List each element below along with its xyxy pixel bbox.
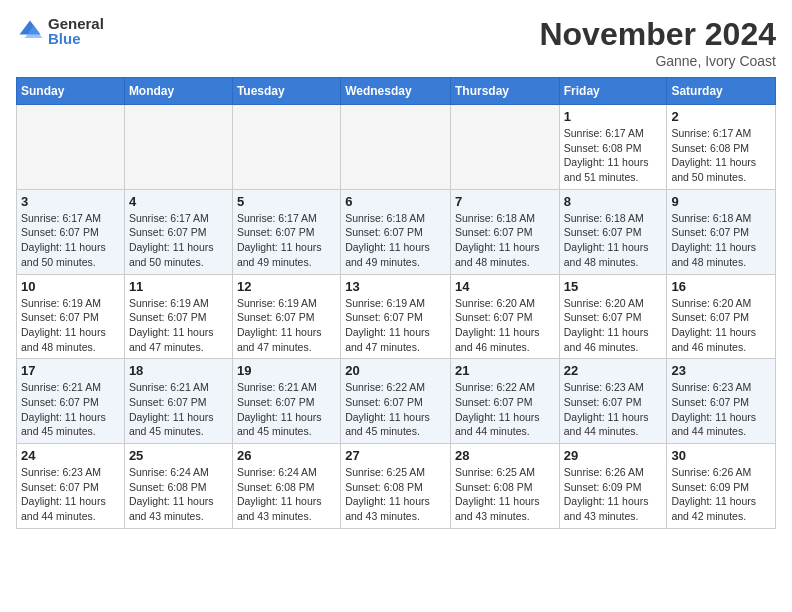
location: Ganne, Ivory Coast <box>539 53 776 69</box>
day-info: Sunrise: 6:24 AM Sunset: 6:08 PM Dayligh… <box>129 465 228 524</box>
day-number: 18 <box>129 363 228 378</box>
calendar-cell: 4Sunrise: 6:17 AM Sunset: 6:07 PM Daylig… <box>124 189 232 274</box>
weekday-header-sunday: Sunday <box>17 78 125 105</box>
day-info: Sunrise: 6:17 AM Sunset: 6:07 PM Dayligh… <box>21 211 120 270</box>
day-number: 5 <box>237 194 336 209</box>
calendar-cell: 13Sunrise: 6:19 AM Sunset: 6:07 PM Dayli… <box>341 274 451 359</box>
day-number: 23 <box>671 363 771 378</box>
calendar-cell: 5Sunrise: 6:17 AM Sunset: 6:07 PM Daylig… <box>232 189 340 274</box>
day-number: 10 <box>21 279 120 294</box>
calendar-week-1: 1Sunrise: 6:17 AM Sunset: 6:08 PM Daylig… <box>17 105 776 190</box>
calendar-cell: 1Sunrise: 6:17 AM Sunset: 6:08 PM Daylig… <box>559 105 667 190</box>
calendar-cell <box>341 105 451 190</box>
day-number: 11 <box>129 279 228 294</box>
logo-icon <box>16 17 44 45</box>
day-number: 15 <box>564 279 663 294</box>
page-header: General Blue November 2024 Ganne, Ivory … <box>16 16 776 69</box>
calendar-table: SundayMondayTuesdayWednesdayThursdayFrid… <box>16 77 776 529</box>
calendar-cell: 28Sunrise: 6:25 AM Sunset: 6:08 PM Dayli… <box>450 444 559 529</box>
calendar-cell: 23Sunrise: 6:23 AM Sunset: 6:07 PM Dayli… <box>667 359 776 444</box>
weekday-header-friday: Friday <box>559 78 667 105</box>
calendar-week-3: 10Sunrise: 6:19 AM Sunset: 6:07 PM Dayli… <box>17 274 776 359</box>
day-info: Sunrise: 6:25 AM Sunset: 6:08 PM Dayligh… <box>345 465 446 524</box>
day-number: 2 <box>671 109 771 124</box>
day-info: Sunrise: 6:18 AM Sunset: 6:07 PM Dayligh… <box>564 211 663 270</box>
calendar-cell: 3Sunrise: 6:17 AM Sunset: 6:07 PM Daylig… <box>17 189 125 274</box>
day-info: Sunrise: 6:26 AM Sunset: 6:09 PM Dayligh… <box>564 465 663 524</box>
day-info: Sunrise: 6:19 AM Sunset: 6:07 PM Dayligh… <box>345 296 446 355</box>
day-info: Sunrise: 6:21 AM Sunset: 6:07 PM Dayligh… <box>129 380 228 439</box>
calendar-cell: 29Sunrise: 6:26 AM Sunset: 6:09 PM Dayli… <box>559 444 667 529</box>
day-number: 4 <box>129 194 228 209</box>
day-number: 19 <box>237 363 336 378</box>
day-info: Sunrise: 6:17 AM Sunset: 6:07 PM Dayligh… <box>237 211 336 270</box>
calendar-cell: 20Sunrise: 6:22 AM Sunset: 6:07 PM Dayli… <box>341 359 451 444</box>
calendar-cell: 9Sunrise: 6:18 AM Sunset: 6:07 PM Daylig… <box>667 189 776 274</box>
logo[interactable]: General Blue <box>16 16 104 46</box>
calendar-cell: 2Sunrise: 6:17 AM Sunset: 6:08 PM Daylig… <box>667 105 776 190</box>
calendar-cell <box>232 105 340 190</box>
day-info: Sunrise: 6:23 AM Sunset: 6:07 PM Dayligh… <box>564 380 663 439</box>
calendar-cell: 12Sunrise: 6:19 AM Sunset: 6:07 PM Dayli… <box>232 274 340 359</box>
logo-text: General Blue <box>48 16 104 46</box>
calendar-cell: 16Sunrise: 6:20 AM Sunset: 6:07 PM Dayli… <box>667 274 776 359</box>
day-number: 25 <box>129 448 228 463</box>
day-number: 7 <box>455 194 555 209</box>
weekday-header-monday: Monday <box>124 78 232 105</box>
day-info: Sunrise: 6:20 AM Sunset: 6:07 PM Dayligh… <box>564 296 663 355</box>
calendar-cell: 21Sunrise: 6:22 AM Sunset: 6:07 PM Dayli… <box>450 359 559 444</box>
day-info: Sunrise: 6:18 AM Sunset: 6:07 PM Dayligh… <box>345 211 446 270</box>
calendar-week-2: 3Sunrise: 6:17 AM Sunset: 6:07 PM Daylig… <box>17 189 776 274</box>
calendar-cell: 7Sunrise: 6:18 AM Sunset: 6:07 PM Daylig… <box>450 189 559 274</box>
calendar-cell <box>124 105 232 190</box>
day-info: Sunrise: 6:19 AM Sunset: 6:07 PM Dayligh… <box>21 296 120 355</box>
weekday-header-thursday: Thursday <box>450 78 559 105</box>
day-info: Sunrise: 6:24 AM Sunset: 6:08 PM Dayligh… <box>237 465 336 524</box>
weekday-header-tuesday: Tuesday <box>232 78 340 105</box>
day-info: Sunrise: 6:23 AM Sunset: 6:07 PM Dayligh… <box>21 465 120 524</box>
calendar-cell <box>450 105 559 190</box>
day-number: 14 <box>455 279 555 294</box>
day-number: 16 <box>671 279 771 294</box>
day-info: Sunrise: 6:18 AM Sunset: 6:07 PM Dayligh… <box>671 211 771 270</box>
day-info: Sunrise: 6:25 AM Sunset: 6:08 PM Dayligh… <box>455 465 555 524</box>
calendar-cell: 26Sunrise: 6:24 AM Sunset: 6:08 PM Dayli… <box>232 444 340 529</box>
day-number: 27 <box>345 448 446 463</box>
day-number: 12 <box>237 279 336 294</box>
logo-general-text: General <box>48 16 104 31</box>
day-number: 22 <box>564 363 663 378</box>
day-number: 17 <box>21 363 120 378</box>
calendar-cell: 22Sunrise: 6:23 AM Sunset: 6:07 PM Dayli… <box>559 359 667 444</box>
day-number: 30 <box>671 448 771 463</box>
calendar-header-row: SundayMondayTuesdayWednesdayThursdayFrid… <box>17 78 776 105</box>
day-info: Sunrise: 6:22 AM Sunset: 6:07 PM Dayligh… <box>455 380 555 439</box>
day-number: 24 <box>21 448 120 463</box>
calendar-cell <box>17 105 125 190</box>
calendar-cell: 24Sunrise: 6:23 AM Sunset: 6:07 PM Dayli… <box>17 444 125 529</box>
day-info: Sunrise: 6:26 AM Sunset: 6:09 PM Dayligh… <box>671 465 771 524</box>
title-area: November 2024 Ganne, Ivory Coast <box>539 16 776 69</box>
calendar-cell: 11Sunrise: 6:19 AM Sunset: 6:07 PM Dayli… <box>124 274 232 359</box>
calendar-week-4: 17Sunrise: 6:21 AM Sunset: 6:07 PM Dayli… <box>17 359 776 444</box>
calendar-cell: 15Sunrise: 6:20 AM Sunset: 6:07 PM Dayli… <box>559 274 667 359</box>
calendar-cell: 30Sunrise: 6:26 AM Sunset: 6:09 PM Dayli… <box>667 444 776 529</box>
day-number: 21 <box>455 363 555 378</box>
day-info: Sunrise: 6:17 AM Sunset: 6:07 PM Dayligh… <box>129 211 228 270</box>
calendar-cell: 8Sunrise: 6:18 AM Sunset: 6:07 PM Daylig… <box>559 189 667 274</box>
weekday-header-wednesday: Wednesday <box>341 78 451 105</box>
day-info: Sunrise: 6:23 AM Sunset: 6:07 PM Dayligh… <box>671 380 771 439</box>
calendar-cell: 19Sunrise: 6:21 AM Sunset: 6:07 PM Dayli… <box>232 359 340 444</box>
day-number: 28 <box>455 448 555 463</box>
day-number: 6 <box>345 194 446 209</box>
day-number: 29 <box>564 448 663 463</box>
day-info: Sunrise: 6:21 AM Sunset: 6:07 PM Dayligh… <box>237 380 336 439</box>
day-info: Sunrise: 6:21 AM Sunset: 6:07 PM Dayligh… <box>21 380 120 439</box>
day-number: 13 <box>345 279 446 294</box>
calendar-week-5: 24Sunrise: 6:23 AM Sunset: 6:07 PM Dayli… <box>17 444 776 529</box>
day-info: Sunrise: 6:19 AM Sunset: 6:07 PM Dayligh… <box>237 296 336 355</box>
day-number: 9 <box>671 194 771 209</box>
calendar-cell: 18Sunrise: 6:21 AM Sunset: 6:07 PM Dayli… <box>124 359 232 444</box>
month-title: November 2024 <box>539 16 776 53</box>
logo-blue-text: Blue <box>48 31 104 46</box>
calendar-cell: 14Sunrise: 6:20 AM Sunset: 6:07 PM Dayli… <box>450 274 559 359</box>
